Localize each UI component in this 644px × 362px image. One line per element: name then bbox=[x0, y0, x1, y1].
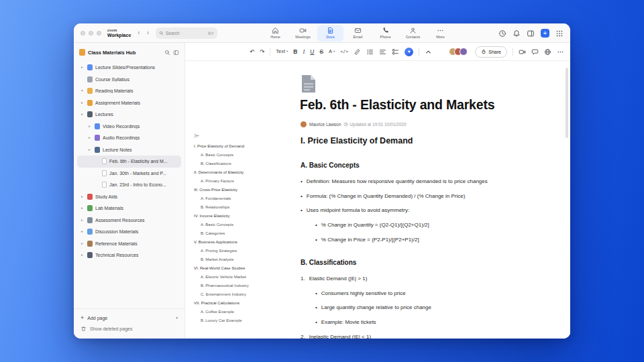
outline-item[interactable]: A. Basic Concepts bbox=[194, 151, 296, 160]
share-button[interactable]: Share bbox=[475, 46, 507, 58]
outline-item[interactable]: A. Fundamentals bbox=[194, 194, 296, 203]
sidebar-item[interactable]: ▸Assignment Materials bbox=[77, 97, 181, 109]
tab-meetings[interactable]: Meetings bbox=[290, 25, 316, 42]
collapse-toolbar-button[interactable] bbox=[425, 48, 432, 56]
sidebar-item[interactable]: ▸Lab Materials bbox=[77, 202, 181, 215]
chevron-right-icon[interactable]: ▸ bbox=[80, 66, 85, 70]
link-button[interactable] bbox=[354, 48, 361, 56]
tab-contacts[interactable]: Contacts bbox=[400, 25, 426, 42]
outline-item[interactable]: B. Luxury Car Example bbox=[194, 316, 296, 325]
translate-button[interactable] bbox=[544, 48, 551, 56]
chevron-down-icon[interactable]: ▾ bbox=[176, 316, 178, 320]
collapse-sidebar-icon[interactable] bbox=[173, 50, 179, 56]
chevron-right-icon[interactable]: ▸ bbox=[80, 230, 85, 234]
tab-label: Docs bbox=[326, 36, 335, 40]
document-title[interactable]: Feb. 6th - Elasticity and Markets bbox=[300, 97, 494, 113]
sidebar-item[interactable]: Feb. 6th - Elasticity and M... bbox=[77, 156, 181, 168]
chevron-right-icon[interactable]: ▸ bbox=[80, 219, 85, 223]
sidebar-item[interactable]: ▸Technical Resources bbox=[77, 249, 181, 261]
redo-button[interactable]: ↷ bbox=[260, 49, 264, 55]
outline-item[interactable]: II. Determinants of Elasticity bbox=[194, 168, 296, 177]
outline-item[interactable]: V. Business Applications bbox=[194, 238, 296, 247]
sidebar-item[interactable]: ▸Assessment Resources bbox=[77, 215, 181, 227]
tab-docs[interactable]: Docs bbox=[317, 25, 343, 42]
underline-button[interactable]: U bbox=[310, 49, 314, 55]
undo-button[interactable]: ↶ bbox=[250, 49, 254, 55]
minimize-window-button[interactable] bbox=[89, 31, 93, 36]
zoom-window-button[interactable] bbox=[97, 31, 101, 36]
outline-item[interactable]: A. Coffee Example bbox=[194, 308, 296, 316]
italic-button[interactable]: I bbox=[303, 49, 305, 55]
tab-email[interactable]: Email bbox=[345, 25, 371, 42]
sidebar-item[interactable]: ▸Lecture Notes bbox=[77, 144, 181, 156]
chevron-down-icon[interactable]: ▾ bbox=[80, 89, 85, 93]
outline-item[interactable]: VI. Real-World Case Studies bbox=[194, 264, 296, 273]
outline-item[interactable]: A. Basic Concepts bbox=[194, 221, 296, 229]
outline-item[interactable]: B. Market Analysis bbox=[194, 255, 296, 264]
align-button[interactable] bbox=[379, 48, 386, 56]
side-panel-button[interactable] bbox=[527, 29, 535, 38]
outline-item[interactable]: A. Primary Factors bbox=[194, 177, 296, 186]
outline-item[interactable]: A. Pricing Strategies bbox=[194, 247, 296, 255]
outline-item[interactable]: B. Categories bbox=[194, 229, 296, 238]
sidebar-item[interactable]: ▾Reading Materials bbox=[77, 85, 181, 97]
sidebar-item[interactable]: Jan. 30th - Markets and P... bbox=[77, 168, 181, 180]
outline-item[interactable]: I. Price Elasticity of Demand bbox=[194, 142, 296, 151]
sidebar-item[interactable]: Jan. 23rd - Intro to Econo... bbox=[77, 179, 181, 191]
notifications-button[interactable] bbox=[513, 29, 521, 38]
chevron-right-icon[interactable]: ▸ bbox=[80, 113, 85, 117]
more-options-button[interactable] bbox=[557, 48, 564, 56]
outline-item[interactable]: B. Classifications bbox=[194, 160, 296, 168]
outline-item[interactable]: B. Relationships bbox=[194, 203, 296, 212]
sidebar-item[interactable]: ▸Lecture Slides/Presentations bbox=[77, 62, 181, 74]
back-button[interactable]: ‹ bbox=[138, 29, 140, 36]
scrollbar-thumb[interactable] bbox=[566, 68, 568, 138]
activity-button[interactable] bbox=[498, 29, 506, 38]
sidebar-item[interactable]: ▸Lectures bbox=[77, 109, 181, 121]
outline-item[interactable]: A. Electric Vehicle Market bbox=[194, 273, 296, 282]
add-page-button[interactable]: + Add page ▾ bbox=[80, 312, 178, 323]
apps-launcher-button[interactable] bbox=[555, 29, 564, 38]
sidebar-item[interactable]: ▸Audio Recordings bbox=[77, 132, 181, 144]
chevron-right-icon[interactable]: ▸ bbox=[87, 148, 92, 152]
chevron-right-icon[interactable]: ▸ bbox=[80, 101, 85, 105]
chevron-right-icon[interactable]: ▸ bbox=[80, 195, 85, 199]
tab-home[interactable]: Home bbox=[262, 25, 288, 42]
participant-avatar[interactable] bbox=[460, 48, 468, 56]
start-video-button[interactable] bbox=[519, 48, 526, 56]
ai-companion-button[interactable] bbox=[405, 48, 413, 56]
chevron-right-icon[interactable]: ▸ bbox=[80, 242, 85, 246]
chevron-right-icon[interactable]: ▸ bbox=[87, 125, 92, 129]
sidebar-item[interactable]: Course Syllabus bbox=[77, 74, 181, 86]
checklist-button[interactable] bbox=[392, 48, 399, 56]
bullet-list-button[interactable] bbox=[366, 48, 374, 56]
text-style-dropdown[interactable]: Text ▾ bbox=[276, 49, 288, 54]
sidebar-search-icon[interactable] bbox=[164, 50, 170, 56]
chevron-right-icon[interactable]: ▸ bbox=[87, 136, 92, 140]
sidebar-item[interactable]: ▸Video Recordings bbox=[77, 121, 181, 133]
outline-item[interactable]: C. Entertainment Industry bbox=[194, 290, 296, 299]
strikethrough-button[interactable]: S bbox=[319, 49, 323, 55]
chevron-right-icon[interactable]: ▸ bbox=[80, 206, 85, 210]
tab-phone[interactable]: Phone bbox=[372, 25, 398, 42]
sidebar-item[interactable]: ▸Discussion Materials bbox=[77, 226, 181, 238]
document-canvas[interactable]: Feb. 6th - Elasticity and Markets Mauric… bbox=[185, 61, 570, 339]
comments-button[interactable] bbox=[531, 48, 539, 56]
forward-button[interactable]: › bbox=[147, 29, 149, 36]
outline-item[interactable]: III. Cross-Price Elasticity bbox=[194, 186, 296, 194]
outline-item[interactable]: B. Pharmaceutical Industry bbox=[194, 282, 296, 290]
new-item-button[interactable]: + bbox=[541, 29, 549, 38]
bold-button[interactable]: B bbox=[293, 49, 297, 55]
sidebar-item[interactable]: ▸Reference Materials bbox=[77, 238, 181, 250]
outline-item[interactable]: VII. Practical Calculations bbox=[194, 299, 296, 308]
global-search-input[interactable]: Search ⌘F bbox=[156, 27, 217, 39]
chevron-right-icon[interactable]: ▸ bbox=[80, 253, 85, 257]
show-deleted-pages-button[interactable]: Show deleted pages bbox=[80, 323, 178, 334]
code-button[interactable]: </> bbox=[340, 50, 348, 54]
outline-item[interactable]: IV. Income Elasticity bbox=[194, 212, 296, 221]
sidebar-item[interactable]: ▸Study Aids bbox=[77, 191, 181, 203]
text-color-button[interactable]: A ▾ bbox=[329, 49, 335, 54]
tab-more[interactable]: More bbox=[427, 25, 453, 42]
close-window-button[interactable] bbox=[80, 31, 85, 36]
collapse-outline-button[interactable] bbox=[194, 133, 296, 139]
